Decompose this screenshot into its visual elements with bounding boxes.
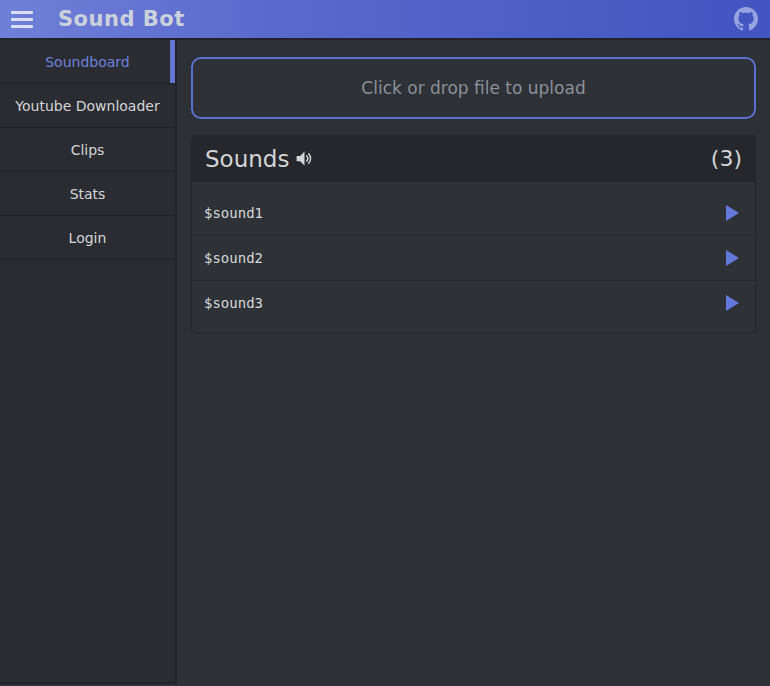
- sound-row: $sound3: [192, 280, 755, 325]
- main-content: Click or drop file to upload Sounds (3) …: [177, 40, 770, 684]
- sounds-list: $sound1 $sound2 $sound3: [192, 182, 755, 332]
- sound-name: $sound2: [204, 250, 263, 266]
- play-button[interactable]: [722, 293, 743, 313]
- sidebar-item-soundboard[interactable]: Soundboard: [0, 40, 175, 84]
- sounds-count: (3): [711, 146, 742, 171]
- sidebar-item-login[interactable]: Login: [0, 216, 175, 260]
- sidebar-item-stats[interactable]: Stats: [0, 172, 175, 216]
- active-indicator: [170, 40, 175, 83]
- play-button[interactable]: [722, 248, 743, 268]
- github-icon: [734, 7, 758, 31]
- sidebar-item-label: Clips: [71, 142, 105, 158]
- app-header: Sound Bot: [0, 0, 770, 40]
- sound-name: $sound3: [204, 295, 263, 311]
- speaker-icon: [294, 148, 315, 169]
- play-icon: [726, 250, 739, 266]
- sidebar-item-label: Stats: [70, 186, 106, 202]
- sounds-title: Sounds: [205, 146, 289, 172]
- sounds-panel-header: Sounds (3): [192, 136, 755, 182]
- sidebar-item-youtube-downloader[interactable]: Youtube Downloader: [0, 84, 175, 128]
- sidebar-item-label: Soundboard: [45, 54, 130, 70]
- play-button[interactable]: [722, 203, 743, 223]
- play-icon: [726, 295, 739, 311]
- upload-label: Click or drop file to upload: [361, 78, 585, 98]
- upload-dropzone[interactable]: Click or drop file to upload: [191, 57, 756, 119]
- sound-name: $sound1: [204, 205, 263, 221]
- sidebar-item-clips[interactable]: Clips: [0, 128, 175, 172]
- app-title: Sound Bot: [58, 7, 185, 31]
- menu-button[interactable]: [0, 0, 33, 38]
- sidebar-item-label: Youtube Downloader: [15, 98, 159, 114]
- sidebar-item-label: Login: [69, 230, 107, 246]
- sound-row: $sound1: [192, 190, 755, 235]
- github-link[interactable]: [734, 7, 758, 31]
- sound-row: $sound2: [192, 235, 755, 280]
- layout: Soundboard Youtube Downloader Clips Stat…: [0, 40, 770, 684]
- sounds-panel: Sounds (3) $sound1 $sound2: [191, 135, 756, 333]
- play-icon: [726, 205, 739, 221]
- sidebar: Soundboard Youtube Downloader Clips Stat…: [0, 40, 177, 684]
